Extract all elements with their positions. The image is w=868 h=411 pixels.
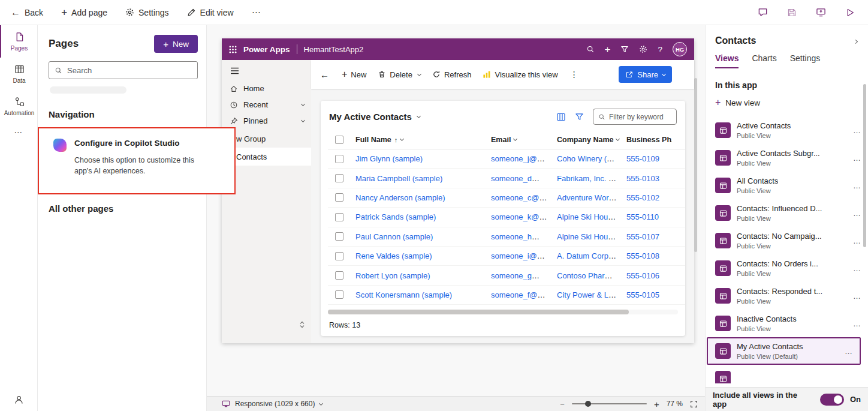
view-list-item[interactable]: Inactive ContactsPublic View … xyxy=(706,310,868,337)
column-header-email[interactable]: Email xyxy=(486,136,552,144)
record-link[interactable]: Rene Valdes (sample) xyxy=(355,251,432,260)
view-more-icon[interactable]: … xyxy=(853,154,861,163)
grid-back-button[interactable]: ← xyxy=(319,70,333,80)
email-link[interactable]: someone_g@exa... xyxy=(491,271,552,280)
view-list-item[interactable]: Active Contacts Subgr...Public View … xyxy=(706,144,868,172)
filter-icon[interactable] xyxy=(620,45,629,53)
phone-link[interactable]: 555-0108 xyxy=(626,251,659,260)
row-checkbox[interactable] xyxy=(335,271,343,280)
collapse-panel-button[interactable] xyxy=(853,35,858,46)
more-commands-icon[interactable]: ⋯ xyxy=(252,7,261,18)
save-button[interactable] xyxy=(787,8,797,17)
phone-link[interactable]: 555-0105 xyxy=(626,290,659,299)
chevron-down-icon[interactable] xyxy=(417,71,421,76)
edit-filters-icon[interactable] xyxy=(575,112,584,121)
edit-columns-icon[interactable] xyxy=(556,112,566,122)
include-all-views-toggle[interactable] xyxy=(820,394,844,406)
zoom-out-button[interactable]: − xyxy=(560,400,565,409)
phone-link[interactable]: 555-0106 xyxy=(626,271,659,280)
company-link[interactable]: Alpine Ski House ... xyxy=(557,212,622,221)
row-checkbox[interactable] xyxy=(335,193,343,202)
view-list-item[interactable]: Active ContactsPublic View … xyxy=(706,116,868,144)
record-link[interactable]: Maria Campbell (sample) xyxy=(355,174,442,183)
view-list-item[interactable]: Contacts: Influenced D...Public View … xyxy=(706,199,868,227)
account-button[interactable] xyxy=(0,395,37,405)
view-more-icon[interactable]: … xyxy=(853,264,861,273)
publish-button[interactable] xyxy=(816,7,826,17)
record-link[interactable]: Nancy Anderson (sample) xyxy=(355,193,445,202)
waffle-icon[interactable] xyxy=(229,46,237,53)
select-all-checkbox[interactable] xyxy=(335,136,343,144)
view-selector[interactable]: My Active Contacts xyxy=(329,112,420,122)
view-more-icon[interactable]: … xyxy=(853,292,861,301)
record-link[interactable]: Robert Lyon (sample) xyxy=(355,271,430,280)
record-link[interactable]: Patrick Sands (sample) xyxy=(355,212,436,221)
quick-create-icon[interactable]: + xyxy=(605,44,611,55)
view-list-item[interactable]: Contacts: Responded t...Public View … xyxy=(706,282,868,310)
view-more-icon[interactable]: … xyxy=(845,347,852,356)
zoom-in-button[interactable]: + xyxy=(654,399,659,409)
rail-item-data[interactable]: Data xyxy=(0,58,37,90)
horizontal-scrollbar[interactable] xyxy=(328,310,678,314)
company-link[interactable]: Adventure Works ... xyxy=(557,193,622,202)
record-link[interactable]: Paul Cannon (sample) xyxy=(355,232,433,241)
table-row[interactable]: Maria Campbell (sample) someone_d@exa...… xyxy=(328,169,685,188)
company-link[interactable]: Alpine Ski House ... xyxy=(557,232,622,241)
nav-item-pinned[interactable]: Pinned xyxy=(222,113,311,129)
view-list-item-selected[interactable]: My Active ContactsPublic View (Default) … xyxy=(707,337,861,365)
settings-button[interactable]: Settings xyxy=(125,8,169,17)
play-button[interactable] xyxy=(845,8,855,17)
phone-link[interactable]: 555-0107 xyxy=(626,232,659,241)
scrollbar-thumb[interactable] xyxy=(328,310,629,314)
column-header-company[interactable]: Company Name xyxy=(552,136,622,144)
company-link[interactable]: Coho Winery (sa... xyxy=(557,154,622,163)
view-list-item[interactable]: All ContactsPublic View … xyxy=(706,172,868,199)
gear-icon[interactable] xyxy=(639,45,647,53)
row-checkbox[interactable] xyxy=(335,252,343,260)
keyword-filter-box[interactable] xyxy=(593,109,677,125)
nav-item-recent[interactable]: Recent xyxy=(222,97,311,113)
record-link[interactable]: Jim Glynn (sample) xyxy=(355,154,423,163)
email-link[interactable]: someone_h@exa... xyxy=(491,232,552,241)
command-overflow-icon[interactable]: ⋮ xyxy=(566,70,582,79)
tab-views[interactable]: Views xyxy=(715,53,739,68)
email-link[interactable]: someone_i@exa... xyxy=(491,251,552,260)
rail-more-icon[interactable]: ⋯ xyxy=(0,122,37,142)
company-link[interactable]: City Power & Ligh... xyxy=(557,290,622,299)
delete-button[interactable]: Delete xyxy=(375,70,424,79)
phone-link[interactable]: 555-0102 xyxy=(626,193,659,202)
refresh-button[interactable]: Refresh xyxy=(429,70,475,79)
tab-settings[interactable]: Settings xyxy=(790,53,821,68)
table-row[interactable]: Paul Cannon (sample) someone_h@exa... Al… xyxy=(328,227,685,247)
view-list-item-partial[interactable] xyxy=(706,365,868,383)
chevron-down-icon[interactable] xyxy=(301,102,305,106)
new-record-button[interactable]: + New xyxy=(339,70,369,79)
rail-item-automation[interactable]: Automation xyxy=(0,90,37,122)
table-row[interactable]: Scott Konersmann (sample) someone_f@exa.… xyxy=(328,286,685,305)
zoom-slider[interactable] xyxy=(572,403,647,404)
new-view-button[interactable]: + New view xyxy=(706,92,868,113)
view-more-icon[interactable]: … xyxy=(853,126,861,135)
email-link[interactable]: someone_k@exa... xyxy=(491,212,552,221)
share-button[interactable]: Share xyxy=(619,66,672,83)
column-header-full-name[interactable]: Full Name ↑ xyxy=(351,136,486,144)
view-more-icon[interactable]: … xyxy=(853,209,861,218)
zoom-slider-thumb[interactable] xyxy=(585,401,591,407)
company-link[interactable]: A. Datum Corpora... xyxy=(557,251,622,260)
keyword-filter-input[interactable] xyxy=(609,113,671,121)
panel-scrollbar[interactable] xyxy=(863,84,866,247)
nav-item-home[interactable]: Home xyxy=(222,80,311,97)
row-checkbox[interactable] xyxy=(335,232,343,241)
avatar[interactable]: HG xyxy=(673,42,687,56)
nav-expander-icon[interactable] xyxy=(299,320,305,329)
rail-item-pages[interactable]: Pages xyxy=(0,25,37,58)
screen-size-selector[interactable]: Responsive (1029 x 660) xyxy=(222,400,323,408)
hamburger-icon[interactable] xyxy=(222,65,311,80)
view-list-item[interactable]: Contacts: No Orders i...Public View … xyxy=(706,254,868,282)
email-link[interactable]: someone_f@exa... xyxy=(491,290,552,299)
view-list-item[interactable]: Contacts: No Campaig...Public View … xyxy=(706,227,868,254)
help-icon[interactable]: ? xyxy=(658,45,662,54)
view-more-icon[interactable]: … xyxy=(853,181,861,190)
company-link[interactable]: Contoso Pharmac... xyxy=(557,271,622,280)
email-link[interactable]: someone_c@exa... xyxy=(491,193,552,202)
